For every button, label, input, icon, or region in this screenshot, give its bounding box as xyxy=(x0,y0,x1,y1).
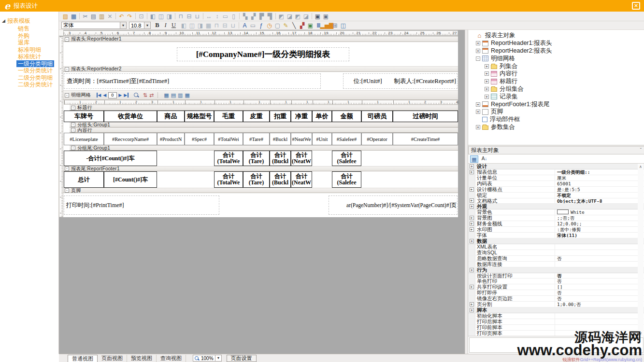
property-value[interactable]: 不锁定 xyxy=(555,193,644,198)
next-record-button[interactable]: ▶ xyxy=(117,93,123,97)
tree-expander-icon[interactable]: + xyxy=(476,102,480,107)
expand-icon[interactable]: + xyxy=(470,227,474,232)
field-cell[interactable]: #Licenseplate xyxy=(64,133,104,145)
view-tab[interactable]: 查询视图 xyxy=(157,355,186,362)
property-value[interactable]: 是:是:5:5 xyxy=(555,187,644,192)
field-cell[interactable]: #Salefee# xyxy=(332,133,361,145)
property-row[interactable]: + 设计 xyxy=(468,164,644,169)
property-value[interactable] xyxy=(555,250,644,255)
insert-element-icon[interactable]: ◨ xyxy=(196,22,204,29)
sidebar-template-item[interactable]: 标准统计 xyxy=(16,53,43,60)
property-row[interactable]: + 即打即停 否 xyxy=(468,290,644,296)
property-row[interactable]: + 打印页脚本 xyxy=(468,331,644,336)
alphabetical-sort-icon[interactable]: A↓ xyxy=(480,155,488,163)
property-value[interactable]: 否 xyxy=(555,296,644,301)
sidebar-template-item[interactable]: 销售 xyxy=(16,25,31,32)
property-row[interactable]: + 打印前脚本 xyxy=(468,325,644,331)
toolbar-icon[interactable]: ↕ xyxy=(213,13,221,20)
insert-element-icon[interactable]: ▞ xyxy=(298,22,306,29)
page-footer-area[interactable]: 打印时间:[#PrintTime#] ar(PageNumber)#]/[#Sy… xyxy=(63,193,458,217)
property-value[interactable]: White xyxy=(555,209,644,215)
sidebar-root-node[interactable]: ◢ 报表模板 xyxy=(0,17,58,24)
toolbar-icon[interactable]: ▜ xyxy=(266,13,274,20)
property-row[interactable]: + 共享打印设置 [] xyxy=(468,284,644,290)
italic-button[interactable]: I xyxy=(162,22,169,29)
property-value[interactable]: Object;文本;UTF-8 xyxy=(555,198,644,204)
field-cell[interactable]: #Buckl xyxy=(270,133,291,145)
object-tree-item[interactable]: + 标题行 xyxy=(468,78,644,85)
property-row[interactable]: + XML表名 xyxy=(468,244,644,250)
scroll-down-icon[interactable]: ∨ xyxy=(638,331,644,335)
object-tree-item[interactable]: + ReportHeader2:报表头 xyxy=(468,47,644,55)
sql-search-icon[interactable] xyxy=(133,92,139,98)
summary-cell[interactable]: 合计 (Buckl xyxy=(270,151,291,166)
scroll-up-icon[interactable]: ∧ xyxy=(638,165,644,169)
summary-cell[interactable]: [#Count()#]车 xyxy=(104,171,157,188)
toolbar-icon[interactable]: ▦ xyxy=(70,13,78,20)
property-row[interactable]: + 锁定 不锁定 xyxy=(468,193,644,198)
property-row[interactable]: + 字体 宋体(11) xyxy=(468,233,644,238)
property-row[interactable]: + 计量单位 厘米 xyxy=(468,175,644,181)
column-header-cell[interactable]: 商品 xyxy=(157,111,185,122)
column-header-cell[interactable]: 毛重 xyxy=(214,111,243,122)
insert-element-icon[interactable]: ▦ xyxy=(204,22,213,29)
unit-creator-textbox[interactable]: 位:[#Unit#] 制表人:[#CreateReport#] xyxy=(343,73,458,89)
toolbar-icon[interactable] xyxy=(79,13,80,19)
column-header-cell[interactable]: 司磅员 xyxy=(361,111,393,122)
column-header-cell[interactable]: 金额 xyxy=(332,111,361,122)
field-cell[interactable]: #TotalWei xyxy=(214,133,243,145)
expand-icon[interactable]: + xyxy=(470,222,474,226)
summary-cell[interactable]: 合计 (Salefee xyxy=(332,151,361,166)
report-header2-area[interactable]: 查询时间：[#StartTime#]至[#EndTime#] 位:[#Unit#… xyxy=(63,72,458,90)
collapse-icon[interactable]: - xyxy=(65,167,69,171)
toolbar-icon[interactable]: ▛ xyxy=(258,13,266,20)
property-row[interactable]: + 数据 xyxy=(468,238,644,244)
view-tab[interactable]: 页面视图 xyxy=(98,355,127,362)
property-value[interactable]: 一级分类明细:: xyxy=(555,169,644,175)
toolbar-icon[interactable]: ◨ xyxy=(165,13,173,20)
toolbar-icon[interactable]: ▚ xyxy=(241,13,249,20)
object-tree-item[interactable]: + 记录集 xyxy=(468,93,644,100)
toolbar-icon[interactable]: ⊟ xyxy=(185,13,193,20)
sidebar-template-item[interactable]: 标准明细 xyxy=(16,46,43,53)
collapse-icon[interactable]: - xyxy=(65,93,69,97)
insert-element-icon[interactable]: ◫ xyxy=(339,22,347,29)
property-row[interactable]: + 忽略数据查询 否 xyxy=(468,256,644,262)
toolbar-icon[interactable] xyxy=(239,13,240,19)
toolbar-icon[interactable] xyxy=(275,13,276,19)
property-row[interactable]: + 设计栅格点 是:是:5:5 xyxy=(468,187,644,193)
property-value[interactable] xyxy=(555,325,644,330)
sidebar-template-item[interactable]: 一级分类明细 xyxy=(16,60,54,67)
toolbar-icon[interactable]: ▧ xyxy=(61,13,70,20)
summary-cell[interactable]: 合计 (Tare) xyxy=(243,151,270,166)
property-row[interactable]: + 水印图 :居中:修剪 xyxy=(468,227,644,233)
field-cell[interactable]: #Operator xyxy=(361,133,393,145)
toolbar-icon[interactable]: ◫ xyxy=(157,13,165,20)
insert-element-icon[interactable]: ▂▅▇ xyxy=(323,22,331,29)
property-row[interactable]: + 初始化脚本 xyxy=(468,313,644,319)
summary-cell[interactable]: 合计 (Buckl xyxy=(270,171,291,188)
toolbar-icon[interactable]: ✂ xyxy=(81,13,89,20)
property-value[interactable]: 否 xyxy=(555,273,644,278)
property-value[interactable]: ;;否;否 xyxy=(555,215,644,221)
query-time-textbox[interactable]: 查询时间：[#StartTime#]至[#EndTime#] xyxy=(64,73,321,89)
field-cell[interactable]: #RecvcorpName# xyxy=(104,133,157,145)
tree-expander-icon[interactable]: + xyxy=(485,95,489,99)
property-object-select[interactable]: 报表主对象 ˇ xyxy=(468,146,644,154)
toolbar-icon[interactable]: ▤ xyxy=(89,13,98,20)
toolbar-icon[interactable] xyxy=(115,13,116,19)
collapse-icon[interactable]: - xyxy=(65,67,69,71)
insert-element-icon[interactable]: ◷ xyxy=(265,22,273,29)
insert-element-icon[interactable]: ⊟ xyxy=(221,22,229,29)
summary-cell[interactable] xyxy=(393,171,458,188)
object-tree-item[interactable]: + 列集合 xyxy=(468,62,644,70)
chevron-down-icon[interactable]: ▼ xyxy=(215,355,220,361)
field-cell[interactable]: #ProductN xyxy=(157,133,185,145)
last-record-button[interactable]: ▶ xyxy=(124,93,129,97)
collapse-icon[interactable]: - xyxy=(71,123,75,127)
summary-cell[interactable]: 合计 (TotalWe xyxy=(214,171,243,188)
insert-element-icon[interactable]: ⊓ xyxy=(213,22,221,29)
property-value[interactable]: 厘米 xyxy=(555,175,644,181)
object-tree-item[interactable]: 浮动部件框 xyxy=(468,116,644,124)
insert-element-icon[interactable]: ▣ xyxy=(306,22,315,29)
